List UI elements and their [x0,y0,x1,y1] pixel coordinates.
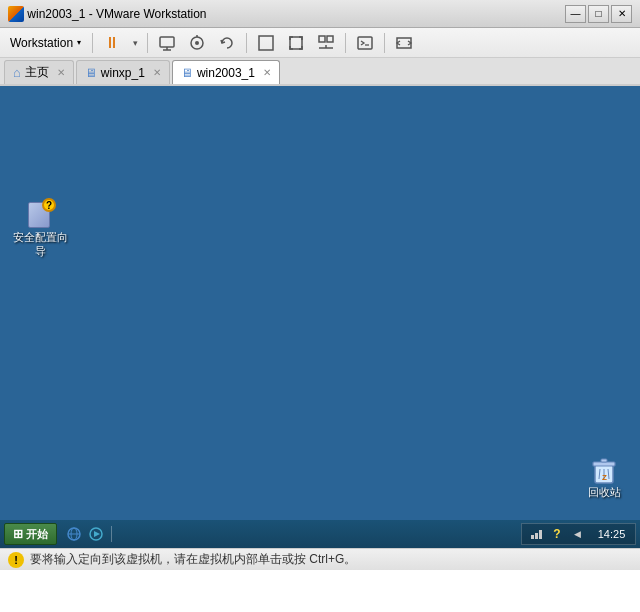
status-bar: ! 要将输入定向到该虚拟机，请在虚拟机内部单击或按 Ctrl+G。 [0,548,640,570]
start-label: 开始 [26,527,48,542]
help-tray-icon[interactable]: ? [548,525,566,543]
toolbar-separator-5 [384,33,385,53]
taskbar-divider [111,526,112,542]
console-button[interactable] [351,31,379,55]
workstation-menu[interactable]: Workstation ▾ [4,31,87,55]
maximize-button[interactable]: □ [588,5,609,23]
svg-marker-25 [94,531,100,537]
tab-win2003[interactable]: 🖥 win2003_1 ✕ [172,60,280,84]
window-controls: — □ ✕ [565,5,632,23]
pause-button[interactable]: ⏸ [98,31,126,55]
menu-toolbar-bar: Workstation ▾ ⏸ ▾ [0,28,640,58]
tab-winxp-close[interactable]: ✕ [153,67,161,78]
home-icon: ⌂ [13,65,21,80]
normal-view-icon [257,34,275,52]
start-icon: ⊞ [13,527,23,541]
toolbar-separator-1 [92,33,93,53]
tab-home[interactable]: ⌂ 主页 ✕ [4,60,74,84]
minimize-button[interactable]: — [565,5,586,23]
close-button[interactable]: ✕ [611,5,632,23]
stretch-icon [395,34,413,52]
full-screen-button[interactable] [282,31,310,55]
unity-button[interactable] [312,31,340,55]
recycle-bin-svg: Z [588,453,620,485]
svg-rect-5 [259,36,273,50]
vm-taskbar: ⊞ 开始 [0,520,640,548]
tab-home-label: 主页 [25,64,49,81]
revert-snapshot-icon [218,34,236,52]
security-wizard-label: 安全配置向导 [12,230,68,259]
svg-rect-0 [160,37,174,47]
tab-win2003-label: win2003_1 [197,66,255,80]
expand-tray-icon[interactable]: ◀ [568,525,586,543]
svg-rect-28 [539,530,542,539]
svg-point-4 [195,41,199,45]
workstation-dropdown-arrow: ▾ [77,38,81,47]
svg-rect-6 [290,37,302,49]
toolbar-separator-2 [147,33,148,53]
winxp-vm-icon: 🖥 [85,66,97,80]
toolbar-separator-4 [345,33,346,53]
system-time: 14:25 [594,528,629,540]
media-player-icon[interactable] [87,525,105,543]
svg-text:Z: Z [602,473,607,482]
quick-launch-area [65,525,105,543]
svg-rect-7 [319,36,325,42]
start-button[interactable]: ⊞ 开始 [4,523,57,545]
recycle-bin-icon[interactable]: Z 回收站 [578,449,630,504]
tabs-bar: ⌂ 主页 ✕ 🖥 winxp_1 ✕ 🖥 win2003_1 ✕ [0,58,640,86]
snapshot-icon [188,34,206,52]
send-ctrl-alt-del-button[interactable] [153,31,181,55]
stretch-button[interactable] [390,31,418,55]
snapshot-button[interactable] [183,31,211,55]
console-icon [356,34,374,52]
window-title: win2003_1 - VMware Workstation [27,7,565,21]
security-wizard-icon[interactable]: ? 安全配置向导 [8,194,72,263]
toolbar-separator-3 [246,33,247,53]
pause-dropdown[interactable]: ▾ [128,31,142,55]
status-warning-icon: ! [8,552,24,568]
vm-desktop[interactable]: ? 安全配置向导 Z 回收站 ⊞ 开始 [0,86,640,548]
tab-winxp-label: winxp_1 [101,66,145,80]
revert-snapshot-button[interactable] [213,31,241,55]
tab-home-close[interactable]: ✕ [57,67,65,78]
recycle-bin-label: 回收站 [588,485,621,500]
normal-view-button[interactable] [252,31,280,55]
svg-rect-26 [531,535,534,539]
svg-rect-16 [601,459,607,462]
title-bar: win2003_1 - VMware Workstation — □ ✕ [0,0,640,28]
svg-rect-8 [327,36,333,42]
network-tray-icon[interactable] [528,525,546,543]
win2003-vm-icon: 🖥 [181,66,193,80]
send-ctrl-alt-del-icon [158,34,176,52]
unity-icon [317,34,335,52]
app-icon [8,6,24,22]
full-screen-icon [287,34,305,52]
status-text: 要将输入定向到该虚拟机，请在虚拟机内部单击或按 Ctrl+G。 [30,551,356,568]
svg-rect-27 [535,533,538,539]
workstation-label: Workstation [10,36,73,50]
tab-winxp[interactable]: 🖥 winxp_1 ✕ [76,60,170,84]
svg-rect-13 [397,38,411,48]
system-tray: ? ◀ 14:25 [521,523,636,545]
svg-rect-15 [593,462,615,466]
tab-win2003-close[interactable]: ✕ [263,67,271,78]
ie-icon[interactable] [65,525,83,543]
